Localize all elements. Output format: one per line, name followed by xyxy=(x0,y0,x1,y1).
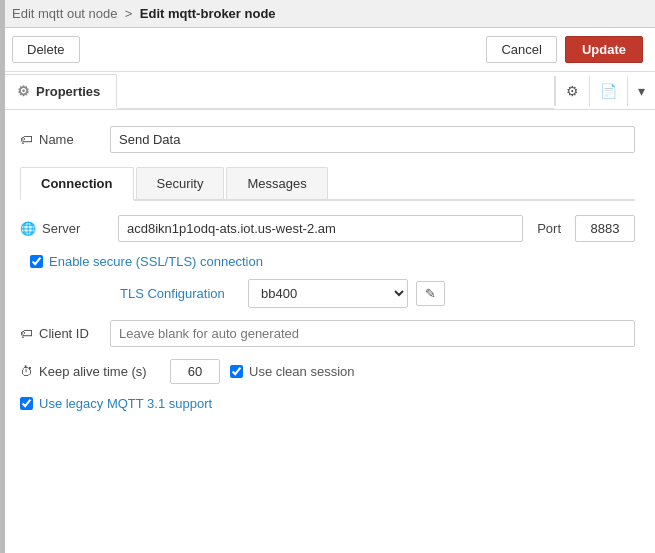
client-tag-icon: 🏷 xyxy=(20,326,33,341)
breadcrumb-separator: > xyxy=(125,6,133,21)
keepalive-row: ⏱ Keep alive time (s) Use clean session xyxy=(20,359,635,384)
dropdown-icon-button[interactable]: ▾ xyxy=(627,76,655,106)
panel-tab-label: Properties xyxy=(36,84,100,99)
breadcrumb: Edit mqtt out node > Edit mqtt-broker no… xyxy=(0,0,655,28)
panel-header: ⚙ Properties ⚙ 📄 ▾ xyxy=(0,72,655,110)
tls-label: TLS Configuration xyxy=(120,286,240,301)
name-field-row: 🏷 Name xyxy=(20,126,635,153)
port-input[interactable] xyxy=(575,215,635,242)
ssl-label: Enable secure (SSL/TLS) connection xyxy=(49,254,263,269)
tab-security[interactable]: Security xyxy=(136,167,225,199)
globe-icon: 🌐 xyxy=(20,221,36,236)
server-row: 🌐 Server Port xyxy=(20,215,635,242)
tag-icon: 🏷 xyxy=(20,132,33,147)
legacy-label: Use legacy MQTT 3.1 support xyxy=(39,396,212,411)
doc-icon-button[interactable]: 📄 xyxy=(589,76,627,106)
client-id-row: 🏷 Client ID xyxy=(20,320,635,347)
client-id-input[interactable] xyxy=(110,320,635,347)
main-content: 🏷 Name Connection Security Messages 🌐 Se… xyxy=(0,110,655,427)
name-input[interactable] xyxy=(110,126,635,153)
clock-icon: ⏱ xyxy=(20,364,33,379)
server-input[interactable] xyxy=(118,215,523,242)
legacy-row: Use legacy MQTT 3.1 support xyxy=(20,396,635,411)
ssl-checkbox[interactable] xyxy=(30,255,43,268)
legacy-checkbox[interactable] xyxy=(20,397,33,410)
keepalive-input[interactable] xyxy=(170,359,220,384)
clean-session-checkbox[interactable] xyxy=(230,365,243,378)
cancel-button[interactable]: Cancel xyxy=(486,36,556,63)
delete-button[interactable]: Delete xyxy=(12,36,80,63)
ssl-checkbox-row: Enable secure (SSL/TLS) connection xyxy=(30,254,635,269)
panel-header-right: ⚙ 📄 ▾ xyxy=(554,76,655,106)
tab-messages[interactable]: Messages xyxy=(226,167,327,199)
properties-tab[interactable]: ⚙ Properties xyxy=(0,74,117,108)
client-id-label: 🏷 Client ID xyxy=(20,326,110,341)
name-label: 🏷 Name xyxy=(20,132,110,147)
update-button[interactable]: Update xyxy=(565,36,643,63)
tabs-row: Connection Security Messages xyxy=(20,167,635,201)
tab-connection[interactable]: Connection xyxy=(20,167,134,201)
name-label-text: Name xyxy=(39,132,74,147)
client-id-label-text: Client ID xyxy=(39,326,89,341)
tls-row: TLS Configuration bb400 ✎ xyxy=(30,279,635,308)
settings-icon-button[interactable]: ⚙ xyxy=(555,76,589,106)
toolbar-right: Cancel Update xyxy=(486,36,643,63)
gear-icon: ⚙ xyxy=(17,83,30,99)
server-label: 🌐 Server xyxy=(20,221,110,236)
tls-select[interactable]: bb400 xyxy=(248,279,408,308)
keepalive-label: ⏱ Keep alive time (s) xyxy=(20,364,160,379)
server-label-text: Server xyxy=(42,221,80,236)
keepalive-label-text: Keep alive time (s) xyxy=(39,364,147,379)
breadcrumb-current: Edit mqtt-broker node xyxy=(140,6,276,21)
breadcrumb-parent: Edit mqtt out node xyxy=(12,6,118,21)
port-label: Port xyxy=(537,221,561,236)
clean-session-label: Use clean session xyxy=(249,364,355,379)
clean-session-group: Use clean session xyxy=(230,364,355,379)
toolbar: Delete Cancel Update xyxy=(0,28,655,72)
tls-edit-button[interactable]: ✎ xyxy=(416,281,445,306)
